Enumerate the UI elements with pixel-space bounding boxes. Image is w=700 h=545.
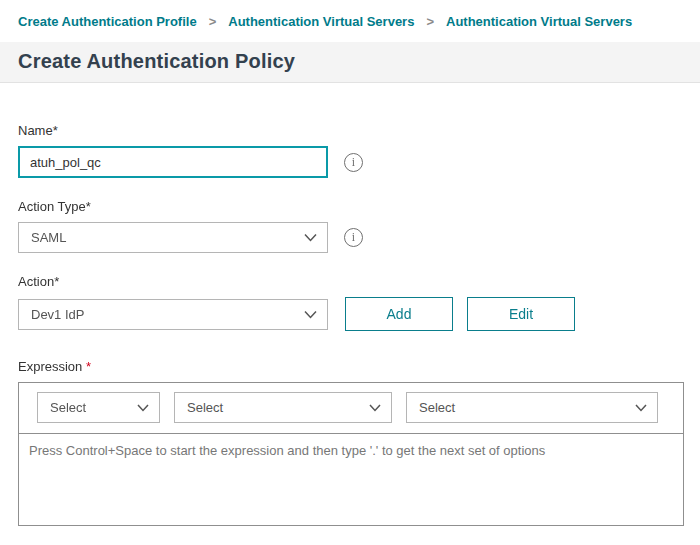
action-field-group: Action* Dev1 IdP Add Edit [18,274,682,331]
page-header: Create Authentication Policy [0,42,700,83]
expression-required-mark: * [86,359,91,374]
breadcrumb-authentication-virtual-servers[interactable]: Authentication Virtual Servers [228,14,414,29]
chevron-down-icon [304,233,317,242]
expression-select-2[interactable]: Select [174,392,392,423]
create-auth-policy-page: Create Authentication Profile > Authenti… [0,0,700,526]
breadcrumb-separator-icon: > [209,14,217,29]
name-info-icon[interactable]: i [344,153,363,172]
name-input[interactable] [18,146,328,178]
expression-textarea[interactable]: Press Control+Space to start the express… [19,433,683,525]
page-title: Create Authentication Policy [18,50,682,73]
breadcrumb-create-authentication-profile[interactable]: Create Authentication Profile [18,14,197,29]
action-type-required-mark: * [86,199,91,214]
action-select[interactable]: Dev1 IdP [18,299,328,330]
action-type-label-text: Action Type [18,199,86,214]
name-field-group: Name* i [18,123,682,178]
action-type-label: Action Type* [18,199,682,214]
expression-label-text: Expression [18,359,82,374]
expression-select-1[interactable]: Select [37,392,160,423]
action-type-info-icon[interactable]: i [344,228,363,247]
action-label: Action* [18,274,682,289]
action-selected-value: Dev1 IdP [31,307,84,322]
expression-select-row: Select Select Select [19,383,683,433]
expression-editor: Select Select Select [18,382,684,526]
edit-button[interactable]: Edit [467,297,575,331]
breadcrumb: Create Authentication Profile > Authenti… [0,0,700,42]
name-label-text: Name [18,123,53,138]
expression-select-1-value: Select [50,400,86,415]
add-button[interactable]: Add [345,297,453,331]
action-required-mark: * [54,274,59,289]
chevron-down-icon [137,404,149,412]
name-label: Name* [18,123,682,138]
action-label-text: Action [18,274,54,289]
action-type-selected-value: SAML [31,230,66,245]
expression-select-3[interactable]: Select [406,392,658,423]
chevron-down-icon [635,404,647,412]
breadcrumb-authentication-virtual-servers-2[interactable]: Authentication Virtual Servers [446,14,632,29]
name-required-mark: * [53,123,58,138]
expression-select-3-value: Select [419,400,455,415]
expression-field-group: Expression * Select Select [18,359,682,526]
action-type-field-group: Action Type* SAML i [18,199,682,253]
chevron-down-icon [304,310,317,319]
chevron-down-icon [369,404,381,412]
expression-label: Expression * [18,359,682,374]
expression-select-2-value: Select [187,400,223,415]
breadcrumb-separator-icon: > [426,14,434,29]
action-type-select[interactable]: SAML [18,222,328,253]
create-auth-policy-form: Name* i Action Type* SAML i [0,83,700,526]
